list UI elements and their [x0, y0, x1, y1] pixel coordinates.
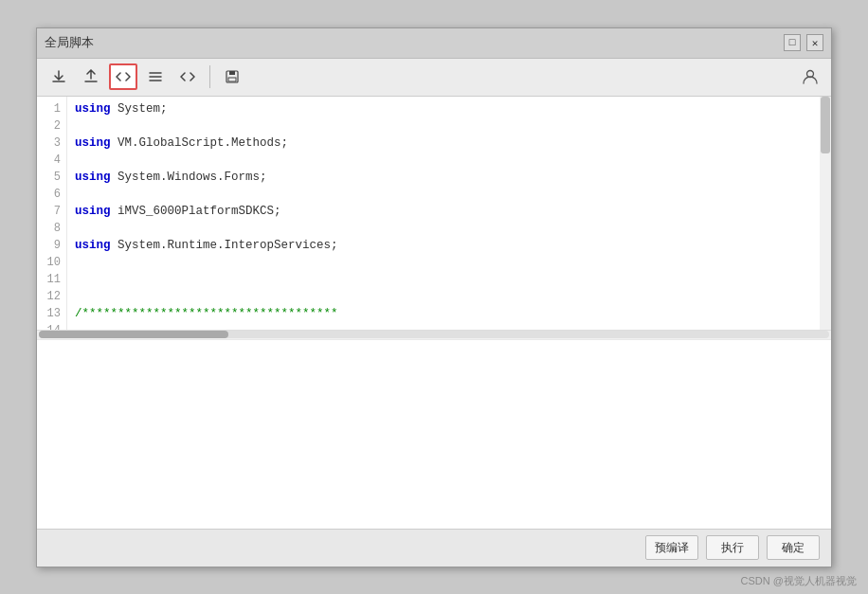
save-icon: [225, 69, 240, 84]
code2-icon: [180, 69, 195, 84]
minimize-button[interactable]: □: [784, 34, 801, 51]
user-icon: [802, 68, 819, 85]
confirm-button[interactable]: 确定: [767, 535, 820, 560]
code2-button[interactable]: [173, 63, 202, 90]
window-title: 全局脚本: [45, 34, 94, 51]
scroll-bar-area: [37, 330, 831, 339]
code-view-button[interactable]: [109, 63, 137, 90]
bottom-bar: 预编译 执行 确定: [37, 529, 831, 567]
user-button[interactable]: [797, 63, 823, 90]
svg-rect-1: [229, 71, 235, 75]
h-scrollbar-thumb[interactable]: [39, 331, 228, 338]
execute-button[interactable]: 执行: [706, 535, 759, 560]
precompile-button[interactable]: 预编译: [645, 535, 698, 560]
list-view-button[interactable]: [141, 63, 170, 90]
close-button[interactable]: ✕: [806, 34, 823, 51]
list-icon: [148, 69, 163, 84]
title-bar: 全局脚本 □ ✕: [37, 28, 831, 59]
horizontal-scrollbar[interactable]: [39, 331, 829, 338]
line-numbers: 12345 678910 1112131415 1617181920 21: [37, 97, 67, 330]
code-icon: [116, 69, 131, 84]
toolbar: [37, 59, 831, 97]
empty-area: [37, 339, 831, 529]
upload-icon: [83, 69, 99, 84]
toolbar-separator: [209, 65, 210, 88]
download-button[interactable]: [45, 63, 73, 90]
editor-area: 12345 678910 1112131415 1617181920 21 us…: [37, 97, 831, 529]
title-bar-controls: □ ✕: [784, 34, 823, 51]
upload-button[interactable]: [77, 63, 105, 90]
v-scrollbar-thumb[interactable]: [821, 97, 830, 153]
download-icon: [51, 69, 66, 84]
watermark: CSDN @视觉人机器视觉: [741, 574, 857, 588]
title-bar-left: 全局脚本: [45, 34, 94, 51]
main-window: 全局脚本 □ ✕: [36, 27, 832, 567]
vertical-scrollbar[interactable]: [820, 97, 831, 330]
save-button[interactable]: [218, 63, 246, 90]
code-editor[interactable]: 12345 678910 1112131415 1617181920 21 us…: [37, 97, 831, 330]
code-content[interactable]: using System; using VM.GlobalScript.Meth…: [67, 97, 831, 330]
svg-rect-2: [228, 78, 236, 81]
